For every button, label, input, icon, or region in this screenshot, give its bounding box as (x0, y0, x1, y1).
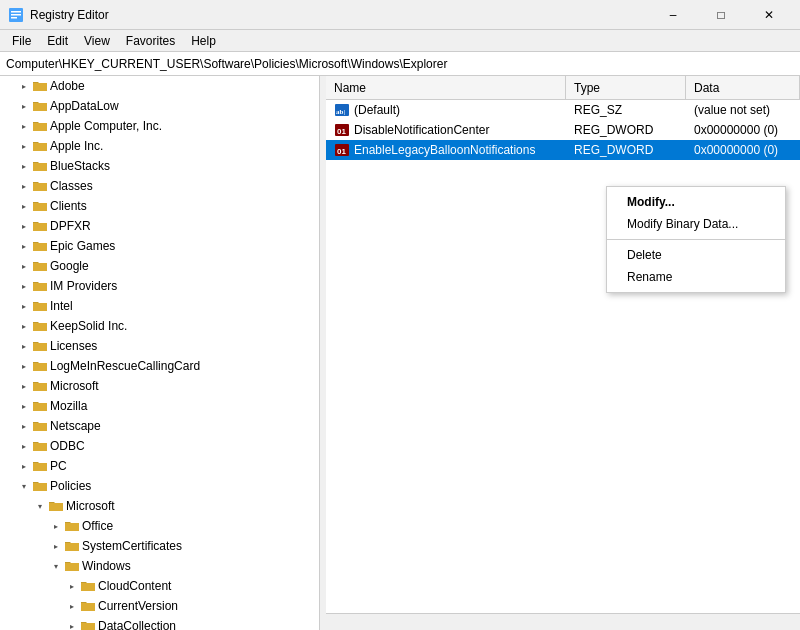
tree-item-classes[interactable]: ▸ Classes (0, 176, 319, 196)
tree-item-keepSolid[interactable]: ▸ KeepSolid Inc. (0, 316, 319, 336)
expand-btn-licenses[interactable]: ▸ (16, 338, 32, 354)
menu-file[interactable]: File (4, 32, 39, 50)
expand-btn-currentVersion[interactable]: ▸ (64, 598, 80, 614)
tree-item-netscape[interactable]: ▸ Netscape (0, 416, 319, 436)
expand-btn-mozilla[interactable]: ▸ (16, 398, 32, 414)
tree-item-appleInc[interactable]: ▸ Apple Inc. (0, 136, 319, 156)
tree-label-keepSolid: KeepSolid Inc. (50, 319, 127, 333)
tree-item-intel[interactable]: ▸ Intel (0, 296, 319, 316)
data-row-disableNotif[interactable]: 01 DisableNotificationCenter REG_DWORD 0… (326, 120, 800, 140)
expand-btn-imProviders[interactable]: ▸ (16, 278, 32, 294)
tree-item-microsoft[interactable]: ▸ Microsoft (0, 376, 319, 396)
context-menu: Modify...Modify Binary Data...DeleteRena… (606, 186, 786, 293)
expand-btn-office[interactable]: ▸ (48, 518, 64, 534)
expand-btn-clients[interactable]: ▸ (16, 198, 32, 214)
tree-item-licenses[interactable]: ▸ Licenses (0, 336, 319, 356)
svg-text:ab|: ab| (336, 108, 345, 116)
expand-btn-policiesMicrosoft[interactable]: ▾ (32, 498, 48, 514)
close-button[interactable]: ✕ (746, 0, 792, 30)
tree-label-bluestacks: BlueStacks (50, 159, 110, 173)
expand-btn-policies[interactable]: ▾ (16, 478, 32, 494)
folder-icon (32, 78, 48, 94)
tree-item-windows[interactable]: ▾ Windows (0, 556, 319, 576)
tree-item-apple[interactable]: ▸ Apple Computer, Inc. (0, 116, 319, 136)
expand-btn-dataCollection[interactable]: ▸ (64, 618, 80, 630)
tree-item-systemCerts[interactable]: ▸ SystemCertificates (0, 536, 319, 556)
menu-view[interactable]: View (76, 32, 118, 50)
tree-item-currentVersion[interactable]: ▸ CurrentVersion (0, 596, 319, 616)
folder-icon (80, 598, 96, 614)
menu-favorites[interactable]: Favorites (118, 32, 183, 50)
expand-btn-adobe[interactable]: ▸ (16, 78, 32, 94)
expand-btn-google[interactable]: ▸ (16, 258, 32, 274)
folder-icon (32, 118, 48, 134)
expand-btn-logMeIn[interactable]: ▸ (16, 358, 32, 374)
expand-btn-systemCerts[interactable]: ▸ (48, 538, 64, 554)
tree-item-odbc[interactable]: ▸ ODBC (0, 436, 319, 456)
tree-label-windows: Windows (82, 559, 131, 573)
tree-item-imProviders[interactable]: ▸ IM Providers (0, 276, 319, 296)
expand-btn-keepSolid[interactable]: ▸ (16, 318, 32, 334)
tree-item-google[interactable]: ▸ Google (0, 256, 319, 276)
tree-item-clients[interactable]: ▸ Clients (0, 196, 319, 216)
tree-item-policies[interactable]: ▾ Policies (0, 476, 319, 496)
folder-icon (32, 218, 48, 234)
context-menu-item-modifyBinary[interactable]: Modify Binary Data... (607, 213, 785, 235)
folder-icon (32, 138, 48, 154)
folder-icon (80, 578, 96, 594)
app-icon (8, 7, 24, 23)
expand-btn-intel[interactable]: ▸ (16, 298, 32, 314)
tree-label-office: Office (82, 519, 113, 533)
svg-text:01: 01 (337, 147, 346, 156)
expand-btn-windows[interactable]: ▾ (48, 558, 64, 574)
expand-btn-dpfxr[interactable]: ▸ (16, 218, 32, 234)
menu-help[interactable]: Help (183, 32, 224, 50)
title-bar-controls: – □ ✕ (650, 0, 792, 30)
tree-item-mozilla[interactable]: ▸ Mozilla (0, 396, 319, 416)
expand-btn-epicGames[interactable]: ▸ (16, 238, 32, 254)
tree-item-adobe[interactable]: ▸ Adobe (0, 76, 319, 96)
maximize-button[interactable]: □ (698, 0, 744, 30)
tree-item-dataCollection[interactable]: ▸ DataCollection (0, 616, 319, 630)
tree-item-pc[interactable]: ▸ PC (0, 456, 319, 476)
context-menu-item-modify[interactable]: Modify... (607, 191, 785, 213)
folder-icon (32, 398, 48, 414)
expand-btn-odbc[interactable]: ▸ (16, 438, 32, 454)
expand-btn-classes[interactable]: ▸ (16, 178, 32, 194)
expand-btn-pc[interactable]: ▸ (16, 458, 32, 474)
folder-icon (32, 178, 48, 194)
expand-btn-cloudContent[interactable]: ▸ (64, 578, 80, 594)
folder-icon (32, 158, 48, 174)
tree-item-office[interactable]: ▸ Office (0, 516, 319, 536)
cell-name-label-disableNotif: DisableNotificationCenter (354, 123, 489, 137)
context-menu-item-rename[interactable]: Rename (607, 266, 785, 288)
expand-btn-apple[interactable]: ▸ (16, 118, 32, 134)
horizontal-scrollbar[interactable] (326, 613, 800, 630)
tree-item-policiesMicrosoft[interactable]: ▾ Microsoft (0, 496, 319, 516)
tree-item-appDataLow[interactable]: ▸ AppDataLow (0, 96, 319, 116)
folder-icon (32, 358, 48, 374)
tree-item-logMeIn[interactable]: ▸ LogMeInRescueCallingCard (0, 356, 319, 376)
folder-icon (32, 318, 48, 334)
menu-edit[interactable]: Edit (39, 32, 76, 50)
expand-btn-appleInc[interactable]: ▸ (16, 138, 32, 154)
expand-btn-bluestacks[interactable]: ▸ (16, 158, 32, 174)
tree-item-bluestacks[interactable]: ▸ BlueStacks (0, 156, 319, 176)
folder-icon (32, 298, 48, 314)
tree-item-epicGames[interactable]: ▸ Epic Games (0, 236, 319, 256)
minimize-button[interactable]: – (650, 0, 696, 30)
expand-btn-appDataLow[interactable]: ▸ (16, 98, 32, 114)
tree-item-cloudContent[interactable]: ▸ CloudContent (0, 576, 319, 596)
data-row-enableLegacy[interactable]: 01 EnableLegacyBalloonNotifications REG_… (326, 140, 800, 160)
tree-item-dpfxr[interactable]: ▸ DPFXR (0, 216, 319, 236)
tree-panel[interactable]: ▸ Adobe▸ AppDataLow▸ Apple Computer, Inc… (0, 76, 320, 630)
data-row-default[interactable]: ab| (Default) REG_SZ (value not set) (326, 100, 800, 120)
cell-data-disableNotif: 0x00000000 (0) (686, 120, 800, 140)
tree-label-epicGames: Epic Games (50, 239, 115, 253)
context-menu-item-delete[interactable]: Delete (607, 244, 785, 266)
tree-label-policies: Policies (50, 479, 91, 493)
svg-rect-1 (11, 11, 21, 13)
expand-btn-netscape[interactable]: ▸ (16, 418, 32, 434)
expand-btn-microsoft[interactable]: ▸ (16, 378, 32, 394)
folder-icon (48, 498, 64, 514)
